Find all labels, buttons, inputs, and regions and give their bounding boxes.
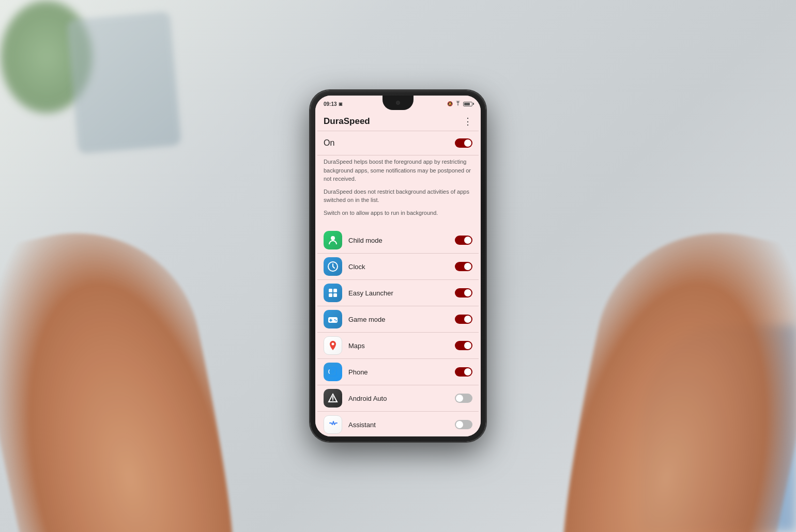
toggle-thumb: [464, 368, 471, 375]
app-list: Child mode Clock: [315, 227, 481, 436]
bg-tablet-decoration: [67, 11, 181, 154]
main-toggle-switch[interactable]: [455, 138, 472, 148]
list-item: Clock: [315, 254, 481, 279]
easy-launcher-toggle[interactable]: [455, 288, 472, 298]
assistant-name: Assistant: [348, 421, 449, 429]
toggle-thumb: [464, 263, 471, 270]
status-time: 09:13 ▣: [324, 101, 343, 107]
clock-toggle[interactable]: [455, 262, 472, 271]
menu-dots-button[interactable]: ⋮: [463, 117, 472, 126]
status-bar: 09:13 ▣ 🔕: [315, 96, 481, 112]
android-auto-toggle[interactable]: [455, 394, 472, 403]
android-auto-name: Android Auto: [348, 395, 449, 402]
toggle-thumb: [456, 421, 463, 428]
easy-launcher-icon: [324, 284, 342, 302]
status-icons: 🔕: [447, 101, 472, 107]
toggle-thumb: [456, 395, 463, 402]
list-item: Maps: [315, 333, 481, 358]
maps-name: Maps: [348, 342, 449, 350]
description-text-1: DuraSpeed helps boost the foreground app…: [324, 158, 472, 183]
phone-icon: [324, 363, 342, 381]
list-item: Game mode: [315, 306, 481, 332]
assistant-icon: [324, 415, 342, 434]
phone-toggle[interactable]: [455, 367, 472, 377]
svg-rect-6: [333, 293, 337, 297]
clock-name: Clock: [348, 263, 449, 271]
svg-point-1: [331, 236, 335, 240]
svg-point-0: [457, 105, 458, 106]
clock-icon: [324, 257, 342, 276]
list-item: Easy Launcher: [315, 280, 481, 306]
description-text-2: DuraSpeed does not restrict background a…: [324, 187, 472, 205]
front-camera: [396, 101, 400, 105]
wifi-icon: [455, 101, 461, 107]
phone-wrapper: 09:13 ▣ 🔕: [310, 90, 486, 442]
main-toggle-label: On: [324, 138, 334, 148]
phone-screen: 09:13 ▣ 🔕: [315, 96, 481, 436]
phone-name: Phone: [348, 368, 449, 376]
app-title: DuraSpeed: [324, 116, 370, 127]
easy-launcher-name: Easy Launcher: [348, 289, 449, 297]
child-mode-name: Child mode: [348, 237, 449, 244]
main-toggle-row: On: [315, 131, 481, 155]
game-mode-toggle[interactable]: [455, 315, 472, 324]
svg-rect-5: [329, 293, 332, 297]
android-auto-icon: [324, 389, 342, 408]
toggle-thumb: [464, 237, 471, 244]
toggle-thumb: [464, 316, 471, 323]
toggle-thumb: [464, 139, 471, 147]
toggle-thumb: [464, 289, 471, 296]
sim-icon: ▣: [339, 102, 343, 106]
svg-point-10: [332, 343, 334, 346]
phone-shell: 09:13 ▣ 🔕: [310, 90, 486, 442]
toggle-thumb: [464, 342, 471, 349]
description-block: DuraSpeed helps boost the foreground app…: [315, 155, 481, 227]
child-mode-toggle[interactable]: [455, 236, 472, 245]
game-mode-name: Game mode: [348, 316, 449, 323]
svg-rect-4: [333, 289, 337, 292]
game-mode-icon: [324, 310, 342, 328]
svg-rect-3: [329, 289, 332, 292]
app-header: DuraSpeed ⋮: [315, 112, 481, 131]
svg-point-9: [335, 320, 336, 321]
svg-point-11: [332, 400, 333, 401]
maps-toggle[interactable]: [455, 341, 472, 350]
switch-hint-text: Switch on to allow apps to run in backgr…: [324, 209, 472, 217]
list-item: Phone: [315, 359, 481, 385]
battery-icon: [463, 102, 472, 106]
child-mode-icon: [324, 231, 342, 249]
list-item: Child mode: [315, 227, 481, 253]
list-item: Android Auto: [315, 385, 481, 411]
notification-bell-icon: 🔕: [447, 101, 453, 106]
bg-blue-decoration: [641, 325, 796, 532]
list-item: Assistant: [315, 412, 481, 436]
maps-icon: [324, 336, 342, 355]
svg-point-8: [334, 319, 335, 320]
assistant-toggle[interactable]: [455, 420, 472, 429]
notch: [382, 96, 414, 110]
